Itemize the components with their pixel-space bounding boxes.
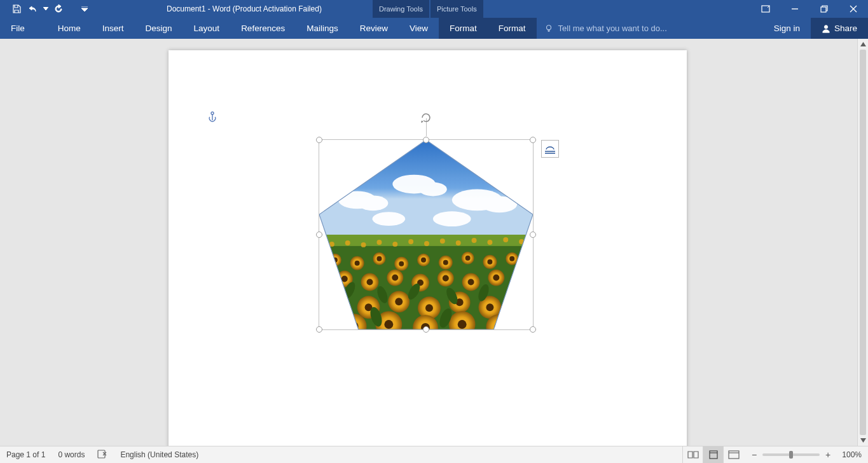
zoom-slider[interactable] xyxy=(762,453,820,456)
ribbon-display-options-icon[interactable] xyxy=(751,0,780,18)
tab-view[interactable]: View xyxy=(399,18,439,39)
save-icon[interactable] xyxy=(9,1,24,17)
view-print-layout[interactable] xyxy=(703,446,723,464)
spellcheck-icon[interactable] xyxy=(91,450,114,460)
svg-point-61 xyxy=(468,279,474,286)
tab-review[interactable]: Review xyxy=(349,18,399,39)
svg-point-8 xyxy=(358,195,389,211)
tool-tab-picture: Picture Tools xyxy=(431,0,483,18)
document-area xyxy=(0,39,868,446)
tab-layout[interactable]: Layout xyxy=(183,18,231,39)
tab-file[interactable]: File xyxy=(0,18,36,39)
svg-point-55 xyxy=(392,275,398,281)
svg-point-43 xyxy=(443,260,448,265)
person-icon xyxy=(822,24,830,33)
svg-point-59 xyxy=(443,275,449,282)
ribbon-tabs: File Home Insert Design Layout Reference… xyxy=(0,18,868,39)
tab-format-picture[interactable]: Format xyxy=(488,18,537,39)
svg-rect-1 xyxy=(821,7,826,12)
svg-point-3 xyxy=(824,25,827,28)
svg-point-21 xyxy=(361,242,366,247)
undo-dropdown-icon[interactable] xyxy=(42,1,50,17)
redo-icon[interactable] xyxy=(51,1,66,17)
svg-point-10 xyxy=(419,183,447,197)
undo-icon[interactable] xyxy=(25,1,41,17)
svg-point-4 xyxy=(211,112,214,114)
window-controls xyxy=(751,0,868,18)
contextual-tool-tabs: Drawing Tools Picture Tools xyxy=(373,0,485,18)
view-read-mode[interactable] xyxy=(682,446,703,464)
minimize-icon[interactable] xyxy=(780,0,809,18)
svg-point-2 xyxy=(546,25,551,29)
zoom-percent[interactable]: 100% xyxy=(836,450,862,459)
zoom-slider-thumb[interactable] xyxy=(789,451,793,459)
resize-handle-s[interactable] xyxy=(423,326,429,333)
tab-format-drawing[interactable]: Format xyxy=(439,18,488,39)
svg-point-39 xyxy=(399,261,404,266)
svg-point-64 xyxy=(511,273,529,291)
scroll-down-icon[interactable] xyxy=(858,435,869,446)
svg-point-16 xyxy=(331,172,359,184)
resize-handle-ne[interactable] xyxy=(530,137,536,143)
svg-point-53 xyxy=(367,279,373,286)
tab-design[interactable]: Design xyxy=(135,18,183,39)
zoom-control: − + 100% xyxy=(743,450,868,460)
resize-handle-w[interactable] xyxy=(316,232,322,238)
tab-references[interactable]: References xyxy=(230,18,296,39)
svg-point-29 xyxy=(487,240,492,245)
status-words[interactable]: 0 words xyxy=(52,450,91,459)
zoom-in-button[interactable]: + xyxy=(823,450,832,460)
svg-point-97 xyxy=(500,304,517,326)
svg-point-83 xyxy=(384,320,393,329)
layout-options-icon xyxy=(544,144,556,154)
tell-me-search[interactable]: Tell me what you want to do... xyxy=(544,18,667,39)
status-page[interactable]: Page 1 of 1 xyxy=(0,450,52,459)
svg-point-35 xyxy=(355,261,360,266)
view-web-layout[interactable] xyxy=(723,446,743,464)
document-page[interactable] xyxy=(169,50,687,457)
svg-point-22 xyxy=(376,240,382,245)
qat-customize-icon[interactable] xyxy=(79,1,90,17)
share-button[interactable]: Share xyxy=(811,18,868,39)
selected-shape[interactable] xyxy=(319,139,534,330)
pentagon-picture[interactable] xyxy=(319,140,533,329)
svg-point-26 xyxy=(440,238,445,244)
svg-point-14 xyxy=(433,211,471,226)
resize-handle-sw[interactable] xyxy=(316,326,322,333)
layout-options-button[interactable] xyxy=(541,140,559,158)
svg-point-78 xyxy=(507,292,528,314)
svg-point-65 xyxy=(517,279,523,285)
scroll-thumb[interactable] xyxy=(860,50,866,435)
svg-point-41 xyxy=(421,258,426,263)
svg-rect-101 xyxy=(729,451,739,459)
svg-point-12 xyxy=(481,196,517,212)
sign-in-link[interactable]: Sign in xyxy=(763,18,811,39)
object-anchor-icon xyxy=(208,111,217,125)
status-language[interactable]: English (United States) xyxy=(114,450,205,459)
svg-point-13 xyxy=(373,212,406,226)
svg-point-30 xyxy=(503,237,508,242)
tab-mailings[interactable]: Mailings xyxy=(296,18,349,39)
resize-handle-e[interactable] xyxy=(530,232,536,238)
rotation-handle[interactable] xyxy=(420,111,432,127)
resize-handle-se[interactable] xyxy=(530,326,536,333)
svg-point-67 xyxy=(334,299,342,307)
vertical-scrollbar[interactable] xyxy=(857,39,868,446)
resize-handle-nw[interactable] xyxy=(316,137,322,143)
restore-icon[interactable] xyxy=(809,0,839,18)
svg-point-63 xyxy=(493,275,499,281)
svg-point-87 xyxy=(458,320,467,329)
svg-point-37 xyxy=(376,256,382,261)
svg-point-15 xyxy=(492,170,525,186)
tab-home[interactable]: Home xyxy=(47,18,92,39)
tell-me-placeholder: Tell me what you want to do... xyxy=(558,24,667,33)
quick-access-toolbar xyxy=(0,1,90,17)
tab-insert[interactable]: Insert xyxy=(92,18,135,39)
scroll-up-icon[interactable] xyxy=(858,39,869,50)
svg-point-66 xyxy=(327,292,349,314)
close-icon[interactable] xyxy=(839,0,868,18)
svg-point-20 xyxy=(345,240,350,245)
resize-handle-n[interactable] xyxy=(423,137,429,143)
title-bar: Document1 - Word (Product Activation Fai… xyxy=(0,0,868,18)
zoom-out-button[interactable]: − xyxy=(750,450,759,460)
